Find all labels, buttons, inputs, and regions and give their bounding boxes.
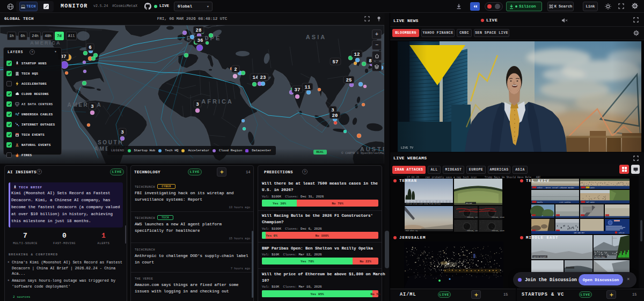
svg-text:AFRICA: AFRICA bbox=[201, 98, 233, 105]
svg-text:8: 8 bbox=[369, 58, 371, 64]
svg-text:AMERICA: AMERICA bbox=[30, 40, 61, 46]
svg-text:36: 36 bbox=[197, 38, 203, 43]
svg-text:3: 3 bbox=[121, 130, 123, 135]
svg-text:AMERICA: AMERICA bbox=[68, 102, 103, 108]
svg-text:12: 12 bbox=[354, 52, 360, 57]
svg-text:LIVE TV: LIVE TV bbox=[401, 146, 414, 150]
svg-text:6: 6 bbox=[89, 45, 91, 50]
svg-text:23: 23 bbox=[260, 75, 266, 80]
svg-text:SOUTH: SOUTH bbox=[98, 140, 123, 145]
svg-text:11: 11 bbox=[305, 85, 311, 90]
svg-text:2: 2 bbox=[234, 67, 237, 72]
svg-text:20: 20 bbox=[332, 113, 338, 119]
svg-text:57: 57 bbox=[333, 60, 339, 65]
svg-text:37: 37 bbox=[295, 87, 301, 93]
svg-text:3: 3 bbox=[91, 104, 93, 109]
svg-text:3: 3 bbox=[196, 102, 199, 107]
svg-text:ASIA: ASIA bbox=[306, 34, 326, 40]
svg-text:25: 25 bbox=[346, 78, 352, 83]
svg-text:28: 28 bbox=[196, 28, 202, 33]
